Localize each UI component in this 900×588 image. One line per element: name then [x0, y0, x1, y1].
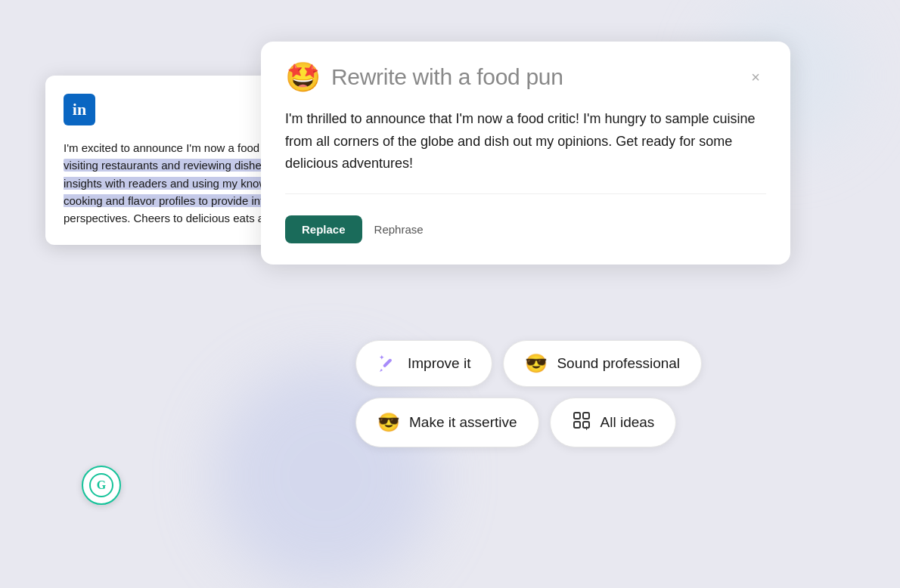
- rewrite-header: 🤩 Rewrite with a food pun ×: [285, 63, 766, 91]
- sound-professional-emoji: 😎: [525, 353, 548, 374]
- svg-marker-3: [380, 369, 383, 372]
- make-assertive-button[interactable]: 😎 Make it assertive: [355, 398, 539, 447]
- linkedin-logo-letter: in: [73, 100, 86, 119]
- grammarly-logo-icon: G: [89, 473, 113, 497]
- rewrite-panel: 🤩 Rewrite with a food pun × I'm thrilled…: [261, 42, 790, 265]
- all-ideas-icon: +: [572, 410, 591, 435]
- sound-professional-button[interactable]: 😎 Sound professional: [503, 340, 702, 387]
- all-ideas-svg: +: [572, 410, 591, 430]
- sound-professional-label: Sound professional: [557, 355, 680, 372]
- make-assertive-emoji: 😎: [377, 412, 400, 433]
- svg-rect-5: [574, 413, 580, 419]
- svg-text:G: G: [97, 478, 107, 491]
- suggestions-container: ✦ Improve it 😎 Sound professional 😎 Make…: [355, 340, 702, 447]
- rephrase-button[interactable]: Rephrase: [374, 223, 424, 236]
- rewrite-body-text: I'm thrilled to announce that I'm now a …: [285, 108, 766, 194]
- rewrite-emoji: 🤩: [285, 63, 321, 91]
- text-after-highlight: perspectives. Cheers to delicious eats a…: [64, 212, 293, 224]
- svg-text:✦: ✦: [379, 354, 385, 361]
- scene: in I'm excited to announce I'm now a foo…: [0, 0, 900, 588]
- sparkle-pencil-svg: ✦: [378, 354, 398, 373]
- replace-button[interactable]: Replace: [285, 215, 362, 243]
- improve-it-button[interactable]: ✦ Improve it: [355, 340, 492, 387]
- make-assertive-label: Make it assertive: [409, 414, 517, 431]
- svg-text:+: +: [585, 425, 588, 430]
- close-button[interactable]: ×: [745, 67, 766, 88]
- sparkle-pencil-icon: ✦: [377, 353, 399, 374]
- all-ideas-label: All ideas: [601, 414, 655, 431]
- rewrite-actions: Replace Rephrase: [285, 215, 766, 243]
- rewrite-title: Rewrite with a food pun: [331, 64, 563, 90]
- svg-rect-6: [583, 413, 589, 419]
- suggestions-row-2: 😎 Make it assertive + All ideas: [355, 398, 702, 447]
- improve-it-label: Improve it: [408, 355, 470, 372]
- svg-rect-7: [574, 422, 580, 428]
- suggestions-row-1: ✦ Improve it 😎 Sound professional: [355, 340, 702, 387]
- rewrite-title-group: 🤩 Rewrite with a food pun: [285, 63, 563, 91]
- all-ideas-button[interactable]: + All ideas: [550, 398, 677, 447]
- grammarly-badge[interactable]: G: [82, 466, 121, 505]
- linkedin-logo: in: [64, 94, 95, 125]
